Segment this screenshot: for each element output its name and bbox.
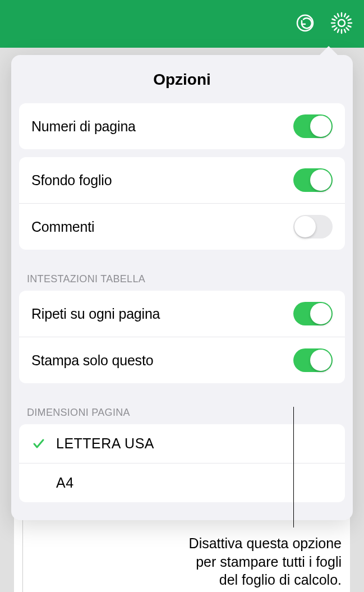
checkmark-icon xyxy=(31,437,46,451)
row-comments: Commenti xyxy=(19,203,345,250)
row-sheet-bg: Sfondo foglio xyxy=(19,157,345,203)
row-page-numbers: Numeri di pagina xyxy=(19,103,345,149)
svg-line-16 xyxy=(333,26,335,27)
label-repeat: Ripeti su ogni pagina xyxy=(31,306,160,322)
popover-arrow xyxy=(319,46,339,56)
svg-line-15 xyxy=(348,26,351,27)
callout-line1: Disattiva questa opzione xyxy=(189,535,342,551)
group-page-size: LETTERA USA A4 xyxy=(19,424,345,502)
callout-text: Disattiva questa opzione per stampare tu… xyxy=(0,534,342,589)
toggle-repeat[interactable] xyxy=(293,302,333,325)
svg-line-13 xyxy=(338,29,339,32)
svg-line-6 xyxy=(334,16,337,18)
undo-button[interactable] xyxy=(296,13,315,35)
callout-line3: del foglio di calcolo. xyxy=(219,572,342,588)
toggle-comments[interactable] xyxy=(293,215,333,238)
label-page-numbers: Numeri di pagina xyxy=(31,118,136,135)
toggle-page-numbers[interactable] xyxy=(293,114,333,138)
svg-point-1 xyxy=(338,20,345,26)
label-comments: Commenti xyxy=(31,219,94,235)
toggle-print-only[interactable] xyxy=(293,348,333,372)
section-header-table: INTESTAZIONI TABELLA xyxy=(11,258,353,291)
popover-title: Opzioni xyxy=(11,55,353,103)
group-sheet-options: Sfondo foglio Commenti xyxy=(19,157,345,250)
size-row-us-letter[interactable]: LETTERA USA xyxy=(19,424,345,463)
svg-line-14 xyxy=(333,19,335,20)
svg-line-7 xyxy=(347,27,349,30)
svg-line-11 xyxy=(344,29,345,32)
options-popover: Opzioni Numeri di pagina Sfondo foglio C… xyxy=(11,55,353,520)
size-row-a4[interactable]: A4 xyxy=(19,463,345,502)
svg-line-17 xyxy=(348,19,351,20)
undo-icon xyxy=(296,13,315,33)
toolbar xyxy=(0,0,364,48)
svg-line-10 xyxy=(338,13,339,16)
group-page-numbers: Numeri di pagina xyxy=(19,103,345,149)
label-print-only: Stampa solo questo xyxy=(31,352,153,369)
toggle-sheet-bg[interactable] xyxy=(293,168,333,192)
group-table-headers: Ripeti su ogni pagina Stampa solo questo xyxy=(19,291,345,383)
row-repeat: Ripeti su ogni pagina xyxy=(19,291,345,337)
section-header-page-size: DIMENSIONI PAGINA xyxy=(11,391,353,424)
callout-line2: per stampare tutti i fogli xyxy=(196,554,342,570)
gear-icon xyxy=(330,12,353,34)
settings-button[interactable] xyxy=(330,12,353,36)
svg-line-8 xyxy=(334,27,337,30)
svg-line-12 xyxy=(344,13,345,16)
row-print-only: Stampa solo questo xyxy=(19,337,345,383)
label-sheet-bg: Sfondo foglio xyxy=(31,172,112,189)
size-label-a4: A4 xyxy=(56,475,74,491)
callout-line xyxy=(293,407,294,527)
size-label-us-letter: LETTERA USA xyxy=(56,435,154,452)
svg-line-9 xyxy=(347,16,349,18)
